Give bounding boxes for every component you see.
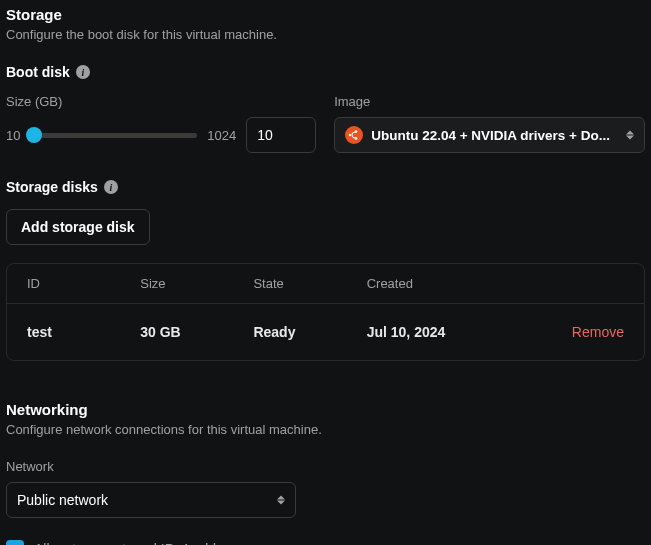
allocate-ipv4-checkbox[interactable]	[6, 540, 24, 545]
size-slider[interactable]	[30, 126, 197, 144]
storage-title: Storage	[6, 6, 645, 23]
table-row: test 30 GB Ready Jul 10, 2024 Remove	[7, 304, 644, 360]
svg-point-0	[349, 134, 352, 137]
ubuntu-icon	[345, 126, 363, 144]
image-value: Ubuntu 22.04 + NVIDIA drivers + Do...	[371, 128, 610, 143]
boot-disk-label: Boot disk	[6, 64, 70, 80]
col-size: Size	[140, 276, 253, 291]
storage-disks-table: ID Size State Created test 30 GB Ready J…	[6, 263, 645, 361]
storage-desc: Configure the boot disk for this virtual…	[6, 27, 645, 42]
size-label: Size (GB)	[6, 94, 316, 109]
cell-id: test	[27, 324, 140, 340]
network-value: Public network	[17, 492, 108, 508]
storage-disks-title: Storage disks i	[6, 179, 645, 195]
storage-disks-label: Storage disks	[6, 179, 98, 195]
cell-created: Jul 10, 2024	[367, 324, 521, 340]
col-id: ID	[27, 276, 140, 291]
networking-title: Networking	[6, 401, 645, 418]
slider-thumb[interactable]	[26, 127, 42, 143]
chevron-updown-icon	[626, 131, 634, 140]
col-state: State	[253, 276, 366, 291]
table-header: ID Size State Created	[7, 264, 644, 304]
add-storage-disk-button[interactable]: Add storage disk	[6, 209, 150, 245]
col-created: Created	[367, 276, 521, 291]
info-icon[interactable]: i	[104, 180, 118, 194]
size-input[interactable]	[246, 117, 316, 153]
network-label: Network	[6, 459, 645, 474]
network-select[interactable]: Public network	[6, 482, 296, 518]
networking-desc: Configure network connections for this v…	[6, 422, 645, 437]
cell-state: Ready	[253, 324, 366, 340]
boot-disk-title: Boot disk i	[6, 64, 645, 80]
image-select[interactable]: Ubuntu 22.04 + NVIDIA drivers + Do...	[334, 117, 645, 153]
size-max: 1024	[207, 128, 236, 143]
image-label: Image	[334, 94, 645, 109]
allocate-ipv4-label: Allocate an external IPv4 address	[34, 541, 243, 545]
remove-link[interactable]: Remove	[521, 324, 624, 340]
chevron-updown-icon	[277, 496, 285, 505]
cell-size: 30 GB	[140, 324, 253, 340]
size-min: 10	[6, 128, 20, 143]
info-icon[interactable]: i	[76, 65, 90, 79]
